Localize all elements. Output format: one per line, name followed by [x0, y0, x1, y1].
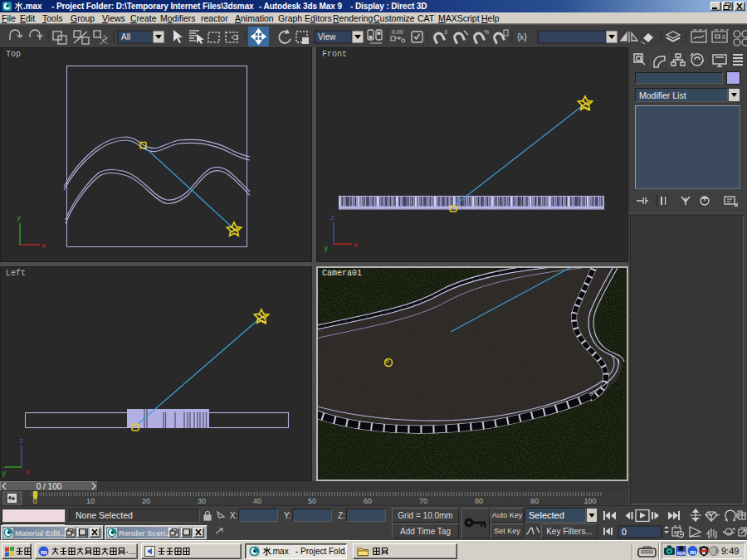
svg-text:20: 20 [142, 497, 150, 505]
svg-text:70: 70 [419, 497, 427, 505]
svg-text:50: 50 [308, 497, 316, 505]
svg-text:x: x [354, 241, 358, 250]
svg-text:60: 60 [364, 497, 372, 505]
svg-text:y: y [2, 470, 7, 478]
svg-text:All: All [121, 32, 130, 41]
svg-text:40: 40 [253, 497, 261, 505]
svg-text:z: z [19, 437, 23, 446]
svg-text:30: 30 [198, 497, 206, 505]
svg-text:View: View [318, 32, 336, 41]
svg-text:3: 3 [444, 29, 447, 35]
svg-text:Top: Top [6, 50, 21, 59]
svg-text:100: 100 [583, 497, 596, 505]
svg-text:0: 0 [622, 527, 627, 537]
svg-text:-: - [125, 547, 128, 556]
svg-text:90: 90 [530, 497, 539, 505]
svg-text:x: x [42, 242, 46, 251]
svg-text:Left: Left [6, 269, 26, 278]
svg-text:Camera01: Camera01 [322, 269, 362, 278]
svg-text:x: x [25, 469, 29, 477]
svg-text:0: 0 [32, 497, 37, 505]
svg-text:m: m [690, 548, 696, 556]
svg-text:z: z [330, 214, 334, 222]
svg-text:Front: Front [322, 50, 347, 59]
svg-text:y: y [324, 245, 329, 253]
svg-text:m: m [41, 548, 47, 556]
svg-text:80: 80 [475, 497, 483, 505]
svg-text:y: y [17, 214, 22, 222]
svg-text:0.00: 0.00 [392, 29, 403, 35]
svg-text:N/A: N/A [677, 551, 686, 556]
svg-text:{k}: {k} [517, 32, 527, 41]
svg-text:10: 10 [86, 497, 95, 505]
svg-text:%: % [484, 29, 489, 35]
